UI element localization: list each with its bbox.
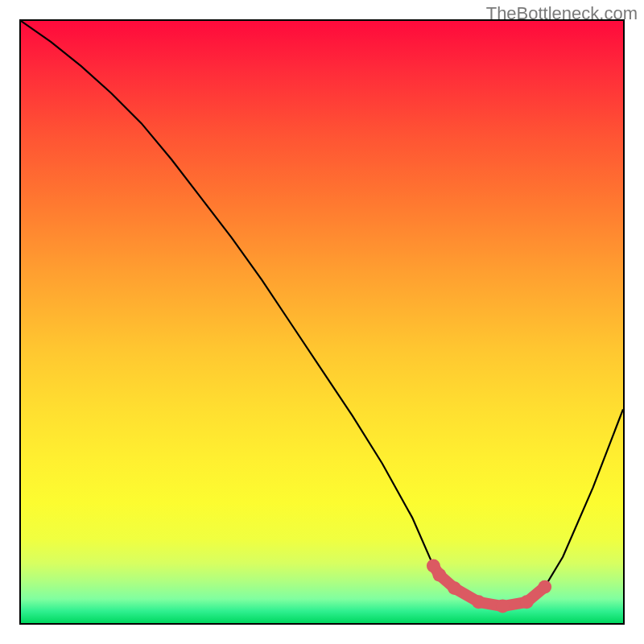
watermark-label: TheBottleneck.com	[486, 3, 638, 24]
plot-area	[19, 19, 625, 625]
highlight-dot	[496, 600, 510, 613]
highlight-dot	[432, 568, 446, 582]
highlight-dot	[520, 595, 534, 609]
highlight-dots	[427, 559, 551, 613]
highlight-dot	[472, 595, 485, 609]
chart-container: TheBottleneck.com	[0, 0, 644, 644]
highlight-dot	[538, 580, 551, 594]
chart-svg	[21, 21, 623, 623]
highlight-dot	[448, 581, 461, 595]
bottleneck-curve	[21, 21, 623, 606]
